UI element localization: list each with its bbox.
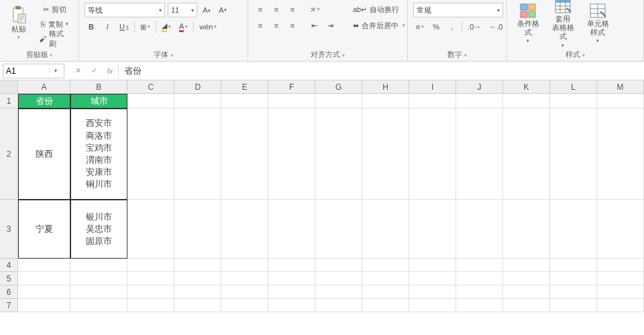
cell[interactable] (362, 94, 409, 109)
cell[interactable] (174, 94, 221, 109)
cell[interactable] (127, 259, 174, 272)
fx-button[interactable]: fx (102, 64, 118, 78)
cell[interactable] (409, 259, 456, 272)
cell[interactable] (550, 259, 597, 272)
column-header[interactable]: A (18, 80, 70, 94)
cell[interactable] (597, 285, 644, 299)
column-header[interactable]: I (409, 80, 456, 94)
cell[interactable] (409, 109, 456, 200)
cell[interactable] (456, 285, 503, 299)
cut-button[interactable]: ✂剪切 (36, 3, 73, 16)
cell[interactable] (456, 94, 503, 109)
cell[interactable] (362, 109, 409, 200)
cell[interactable] (362, 272, 409, 285)
align-right-button[interactable]: ≡ (286, 19, 299, 32)
cell[interactable] (550, 200, 597, 259)
header-cell[interactable]: 城市 (70, 94, 128, 109)
row-header[interactable]: 3 (0, 200, 18, 259)
cell[interactable] (409, 200, 456, 259)
cell[interactable] (18, 259, 70, 272)
cell[interactable] (503, 299, 550, 312)
cell[interactable] (597, 299, 644, 312)
italic-button[interactable]: I (101, 20, 114, 34)
cell[interactable] (268, 200, 315, 259)
column-header[interactable]: D (174, 80, 221, 94)
indent-increase-button[interactable]: ⇥ (323, 19, 337, 32)
cell[interactable] (456, 200, 503, 259)
number-format-select[interactable]: 常规 (413, 3, 503, 17)
cell[interactable] (456, 259, 503, 272)
increase-decimal-button[interactable]: .0→ (465, 20, 484, 34)
cell[interactable] (221, 200, 268, 259)
cell[interactable] (503, 272, 550, 285)
cell[interactable] (268, 259, 315, 272)
cell[interactable] (221, 272, 268, 285)
cell[interactable] (597, 272, 644, 285)
align-bottom-button[interactable]: ≡ (286, 3, 299, 16)
font-size-select[interactable]: 11 (168, 3, 197, 17)
align-center-button[interactable]: ≡ (270, 19, 283, 32)
cell[interactable] (550, 109, 597, 200)
cell[interactable] (503, 109, 550, 200)
cell[interactable] (174, 109, 221, 200)
cell-reference-input[interactable] (3, 66, 49, 76)
column-header[interactable]: G (315, 80, 362, 94)
cell[interactable] (550, 94, 597, 109)
align-top-button[interactable]: ≡ (254, 3, 267, 16)
formula-input[interactable]: 省份 (118, 64, 644, 78)
cities-cell[interactable]: 西安市商洛市宝鸡市渭南市安康市铜川市 (70, 109, 128, 200)
cell[interactable] (409, 272, 456, 285)
cell[interactable] (362, 299, 409, 312)
cell[interactable] (503, 259, 550, 272)
row-header[interactable]: 5 (0, 272, 18, 285)
cell[interactable] (221, 285, 268, 299)
cell[interactable] (127, 200, 174, 259)
cell[interactable] (503, 285, 550, 299)
column-header[interactable]: M (597, 80, 644, 94)
cell[interactable] (268, 109, 315, 200)
cell[interactable] (550, 272, 597, 285)
cell[interactable] (174, 259, 221, 272)
decrease-decimal-button[interactable]: ←.0 (486, 20, 505, 34)
cell[interactable] (409, 299, 456, 312)
phonetic-button[interactable]: wén (197, 20, 219, 34)
column-header[interactable]: E (221, 80, 268, 94)
row-header[interactable]: 4 (0, 259, 18, 272)
cell[interactable] (221, 299, 268, 312)
align-middle-button[interactable]: ≡ (270, 3, 283, 16)
column-header[interactable]: F (268, 80, 315, 94)
cell[interactable] (174, 299, 221, 312)
column-header[interactable]: K (503, 80, 550, 94)
comma-button[interactable]: , (445, 20, 459, 34)
cell[interactable] (127, 285, 174, 299)
cities-cell[interactable]: 银川市吴忠市固原市 (70, 200, 128, 259)
select-all-corner[interactable] (0, 80, 18, 94)
cell[interactable] (409, 94, 456, 109)
conditional-format-button[interactable]: 条件格式▾ (513, 3, 543, 44)
cell[interactable] (315, 272, 362, 285)
decrease-font-button[interactable]: A▾ (216, 3, 229, 17)
font-color-button[interactable]: A (176, 20, 191, 34)
cell[interactable] (315, 259, 362, 272)
wrap-text-button[interactable]: ab↵自动换行 (350, 3, 412, 16)
cell[interactable] (550, 299, 597, 312)
row-header[interactable]: 6 (0, 285, 18, 299)
cell[interactable] (174, 200, 221, 259)
cell[interactable] (597, 200, 644, 259)
cell-styles-button[interactable]: 单元格样式▾ (582, 3, 613, 44)
underline-button[interactable]: U (117, 20, 131, 34)
format-painter-button[interactable]: 🖌格式刷 (36, 32, 73, 46)
cell[interactable] (315, 200, 362, 259)
font-name-select[interactable]: 等线 (85, 3, 165, 17)
name-box-dropdown[interactable]: ▾ (49, 68, 61, 74)
cell[interactable] (70, 259, 128, 272)
cell[interactable] (362, 259, 409, 272)
cell[interactable] (127, 299, 174, 312)
fill-color-button[interactable]: ◢ (159, 20, 174, 34)
column-header[interactable]: H (362, 80, 409, 94)
format-as-table-button[interactable]: 套用 表格格式▾ (547, 3, 578, 44)
province-cell[interactable]: 陕西 (18, 109, 70, 200)
row-header[interactable]: 1 (0, 94, 18, 109)
cell[interactable] (18, 299, 70, 312)
cell[interactable] (221, 109, 268, 200)
